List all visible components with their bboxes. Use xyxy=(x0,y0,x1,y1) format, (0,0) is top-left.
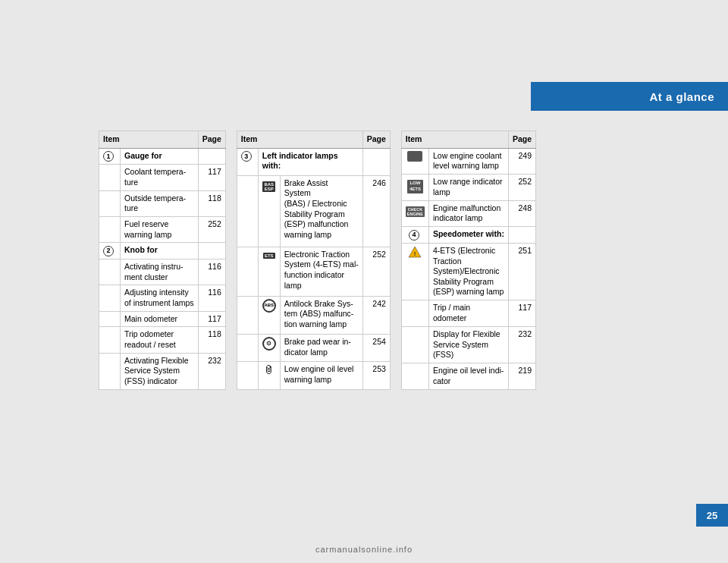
empty-cell xyxy=(99,353,121,389)
section-label-left: Left indicator lampswith: xyxy=(258,148,362,175)
table-row: LOW4ETS Low range indicatorlamp 252 xyxy=(401,175,535,200)
table-row: ETS Electronic TractionSystem (4-ETS) ma… xyxy=(237,247,390,296)
page-249: 249 xyxy=(508,148,535,174)
page-116b: 116 xyxy=(198,285,225,311)
table-row: ! 4-ETS (ElectronicTractionSystem)/Elect… xyxy=(401,243,535,300)
circle-4: 4 xyxy=(409,230,419,241)
empty-cell xyxy=(237,175,258,247)
section-label-knob: Knob for xyxy=(121,243,199,259)
page-empty2 xyxy=(198,243,225,259)
page-empty3 xyxy=(362,148,390,175)
empty-cell xyxy=(237,296,258,335)
page-232a: 232 xyxy=(198,353,225,389)
ets-icon-cell: ETS xyxy=(258,247,280,296)
page-254: 254 xyxy=(362,335,390,362)
item-trip-main-odo: Trip / mainodometer xyxy=(428,300,508,326)
table-row: ABS Antilock Brake Sys-tem (ABS) malfunc… xyxy=(237,296,390,335)
table1-page-header: Page xyxy=(198,131,225,149)
table2-item-header: Item xyxy=(237,131,362,149)
table-row: 🛢 Low engine oil levelwarning lamp 253 xyxy=(237,362,390,389)
table3-item-header: Item xyxy=(401,131,508,149)
bas-esp-icon-cell: BASESP xyxy=(258,175,280,247)
abs-icon: ABS xyxy=(262,299,276,313)
no-icon-cell3 xyxy=(401,363,428,390)
coolant-icon-cell xyxy=(401,148,428,174)
page-252c: 252 xyxy=(508,175,535,200)
page-219: 219 xyxy=(508,363,535,390)
circle-2: 2 xyxy=(103,246,114,256)
empty-cell xyxy=(99,217,121,243)
page-253: 253 xyxy=(362,362,390,389)
item-fuel-reserve: Fuel reservewarning lamp xyxy=(121,217,199,243)
table-row: 3 Left indicator lampswith: xyxy=(237,148,390,175)
low-range-icon-cell: LOW4ETS xyxy=(401,175,428,200)
brake-pad-icon-cell: ⊙ xyxy=(258,335,280,362)
item-engine-oil-indicator: Engine oil level indi-cator xyxy=(428,363,508,390)
table-row: CHECKENGINE Engine malfunctionindicator … xyxy=(401,200,535,226)
item-fss-display: Display for FlexibleService System(FSS) xyxy=(428,326,508,363)
brake-pad-icon: ⊙ xyxy=(262,337,276,351)
table-row: Main odometer 117 xyxy=(99,311,226,327)
abs-icon-cell: ABS xyxy=(258,296,280,335)
table2-page-header: Page xyxy=(362,131,390,149)
table1-item-header: Item xyxy=(99,131,199,149)
page-117a: 117 xyxy=(198,165,225,190)
page-252b: 252 xyxy=(362,247,390,296)
page-117b: 117 xyxy=(198,311,225,327)
item-engine-malfunction: Engine malfunctionindicator lamp xyxy=(428,200,508,226)
low-range-icon: LOW4ETS xyxy=(407,180,423,193)
table-row: Coolant tempera-ture 117 xyxy=(99,165,226,190)
page-242: 242 xyxy=(362,296,390,335)
table-row: Adjusting intensityof instrument lamps 1… xyxy=(99,285,226,311)
table-row: BASESP Brake AssistSystem(BAS) / Electro… xyxy=(237,175,390,247)
table-2: Item Page 3 Left indicator lampswith: BA… xyxy=(237,131,391,390)
item-coolant-temp: Coolant tempera-ture xyxy=(121,165,199,190)
section-num-4: 4 xyxy=(401,226,428,243)
oil-level-icon: 🛢 xyxy=(264,364,274,376)
page-252a: 252 xyxy=(198,217,225,243)
check-engine-icon-cell: CHECKENGINE xyxy=(401,200,428,226)
table-1: Item Page 1 Gauge for Coolant tempera-tu… xyxy=(99,131,226,390)
item-bas-esp: Brake AssistSystem(BAS) / ElectronicStab… xyxy=(280,175,362,247)
empty-cell xyxy=(99,190,121,216)
empty-cell xyxy=(99,259,121,285)
table-row: Display for FlexibleService System(FSS) … xyxy=(401,326,535,363)
svg-text:!: ! xyxy=(414,250,416,257)
empty-cell xyxy=(99,165,121,190)
table-row: 4 Speedometer with: xyxy=(401,226,535,243)
empty-cell xyxy=(99,327,121,353)
table-row: Low engine coolantlevel warning lamp 249 xyxy=(401,148,535,174)
page-number-badge: 25 xyxy=(696,504,728,527)
no-icon-cell2 xyxy=(401,326,428,363)
at-a-glance-title: At a glance xyxy=(649,90,714,103)
page-251: 251 xyxy=(508,243,535,300)
page-empty xyxy=(198,148,225,165)
item-outside-temp: Outside tempera-ture xyxy=(121,190,199,216)
item-trip-odo: Trip odometerreadout / reset xyxy=(121,327,199,353)
page-246: 246 xyxy=(362,175,390,247)
table-row: Trip odometerreadout / reset 118 xyxy=(99,327,226,353)
section-num-3: 3 xyxy=(237,148,258,175)
ets-icon: ETS xyxy=(263,253,275,259)
item-low-range: Low range indicatorlamp xyxy=(428,175,508,200)
check-engine-icon: CHECKENGINE xyxy=(406,206,425,217)
coolant-warning-icon xyxy=(407,151,422,162)
item-abs: Antilock Brake Sys-tem (ABS) malfunc-tio… xyxy=(280,296,362,335)
no-icon-cell1 xyxy=(401,300,428,326)
warning-triangle-icon: ! xyxy=(408,246,422,258)
section-label-gauge: Gauge for xyxy=(121,148,199,165)
table-row: Fuel reservewarning lamp 252 xyxy=(99,217,226,243)
at-a-glance-bar: At a glance xyxy=(531,82,728,111)
item-low-coolant: Low engine coolantlevel warning lamp xyxy=(428,148,508,174)
empty-cell xyxy=(99,285,121,311)
table-3: Item Page Low engine coolantlevel warnin… xyxy=(401,131,536,390)
item-4ets: 4-ETS (ElectronicTractionSystem)/Electro… xyxy=(428,243,508,300)
item-activating-inst: Activating instru-ment cluster xyxy=(121,259,199,285)
page-118a: 118 xyxy=(198,190,225,216)
table-row: 1 Gauge for xyxy=(99,148,226,165)
table-row: Activating instru-ment cluster 116 xyxy=(99,259,226,285)
page-empty4 xyxy=(508,226,535,243)
page-117c: 117 xyxy=(508,300,535,326)
page-248: 248 xyxy=(508,200,535,226)
item-brake-pad: Brake pad wear in-dicator lamp xyxy=(280,335,362,362)
